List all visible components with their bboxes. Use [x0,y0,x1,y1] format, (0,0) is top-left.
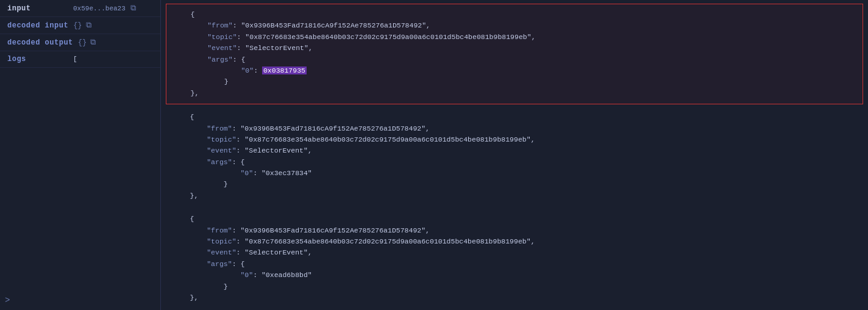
copy-icon-decoded-input[interactable]: ⧉ [86,21,91,30]
args-open-bracket: { [241,56,245,63]
input-label: input [7,4,68,13]
log-entry-1: { "from": "0x9396B453Fad71816cA9f152Ae78… [166,4,863,104]
key-args: "args" [207,158,232,166]
entry-close: } [191,89,195,97]
key-topic: "topic" [207,237,236,245]
log-entry-3: { "from": "0x9396B453Fad71816cA9f152Ae78… [166,209,863,308]
logs-label: logs [7,55,68,63]
decoded-output-label: decoded output [7,38,73,47]
entry-close: } [190,294,194,301]
key-topic: "topic" [207,135,236,143]
curly-icon-decoded-output: {} [78,38,87,47]
prompt-symbol: > [5,295,10,305]
logs-section: { "from": "0x9396B453Fad71816cA9f152Ae78… [166,4,863,310]
val-topic: "0x87c76683e354abe8640b03c72d02c9175d9a0… [244,135,530,143]
key-event: "event" [207,248,236,256]
sidebar-item-logs: logs [ [0,51,160,68]
sidebar: input 0x59e...bea23 ⧉ decoded input {} ⧉… [0,0,161,310]
args-close-bracket: } [224,180,228,188]
key-topic: "topic" [207,33,237,41]
args-open-bracket: { [240,260,244,268]
entry-close: } [190,192,194,200]
key-arg-0: "0" [240,271,253,279]
key-args: "args" [207,56,232,63]
key-args: "args" [207,260,232,268]
val-event: "SelectorEvent" [245,44,308,52]
arg-value: "0xead6b8bd" [261,271,312,279]
val-event: "SelectorEvent" [244,146,308,154]
args-open-bracket: { [240,158,244,166]
val-topic: "0x87c76683e354abe8640b03c72d02c9175d9a0… [245,33,531,41]
key-from: "from" [207,124,232,132]
val-topic: "0x87c76683e354abe8640b03c72d02c9175d9a0… [244,237,530,245]
val-from: "0x9396B453Fad71816cA9f152Ae785276a1D578… [241,21,426,29]
copy-icon-input[interactable]: ⧉ [130,4,136,13]
key-from: "from" [207,226,232,234]
val-from: "0x9396B453Fad71816cA9f152Ae785276a1D578… [240,226,425,234]
key-arg-0: "0" [240,169,253,177]
val-event: "SelectorEvent" [244,248,308,256]
key-event: "event" [207,146,236,154]
logs-bracket: [ [73,56,77,63]
val-from: "0x9396B453Fad71816cA9f152Ae785276a1D578… [240,124,425,132]
log-entry-2: { "from": "0x9396B453Fad71816cA9f152Ae78… [166,107,863,206]
sidebar-item-decoded-input: decoded input {} ⧉ [0,17,160,34]
main-content: { "from": "0x9396B453Fad71816cA9f152Ae78… [161,0,868,310]
args-close-bracket: } [224,283,228,290]
decoded-input-label: decoded input [7,21,68,30]
key-from: "from" [207,21,232,29]
sidebar-item-decoded-output: decoded output {} ⧉ [0,34,160,51]
sidebar-item-input: input 0x59e...bea23 ⧉ [0,0,160,17]
input-value: 0x59e...bea23 [73,5,126,12]
main-container: input 0x59e...bea23 ⧉ decoded input {} ⧉… [0,0,868,310]
key-arg-0: "0" [241,67,254,74]
curly-icon-decoded-input: {} [73,21,82,30]
highlighted-arg-value: 0x03817935 [262,67,307,74]
args-close-bracket: } [224,78,229,85]
copy-icon-decoded-output[interactable]: ⧉ [90,38,96,47]
key-event: "event" [207,44,237,52]
arg-value: "0x3ec37834" [261,169,312,177]
